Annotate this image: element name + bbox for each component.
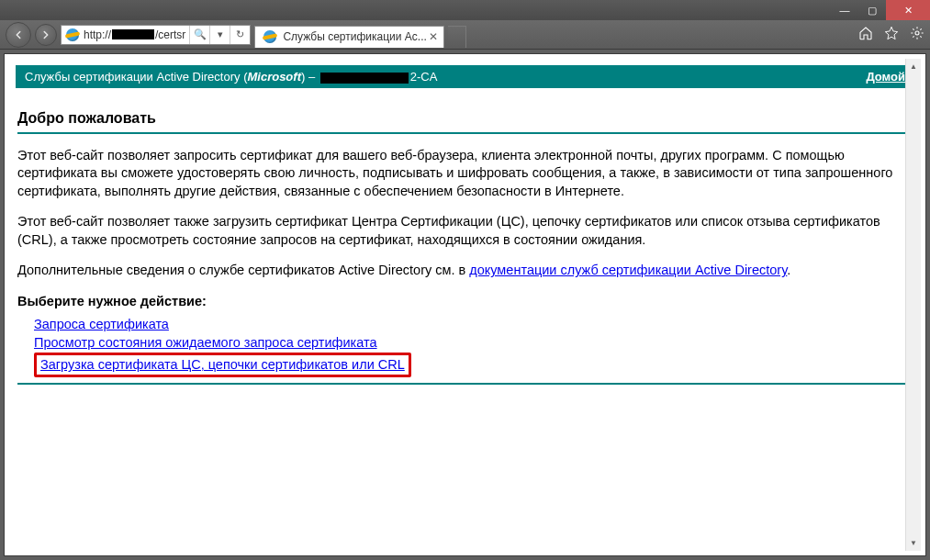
navbar-tools xyxy=(858,26,924,44)
divider xyxy=(17,132,913,134)
favorites-icon[interactable] xyxy=(884,26,899,44)
intro-paragraph-3: Дополнительные сведения о службе сертифи… xyxy=(17,262,913,280)
divider xyxy=(17,383,913,385)
list-item: Просмотр состояния ожидаемого запроса се… xyxy=(34,333,913,352)
intro-paragraph-1: Этот веб-сайт позволяет запросить сертиф… xyxy=(17,147,913,201)
window-titlebar: — ▢ ✕ xyxy=(0,0,930,20)
window-minimize-button[interactable]: — xyxy=(831,0,858,20)
address-dropdown-button[interactable]: ▾ xyxy=(209,26,230,44)
new-tab-button[interactable] xyxy=(448,26,466,48)
banner-text: Службы сертификации Active Directory (Mi… xyxy=(25,70,437,84)
home-link[interactable]: Домой xyxy=(866,70,905,84)
tab-close-button[interactable]: ✕ xyxy=(427,30,440,43)
ie-icon xyxy=(65,28,80,42)
scroll-up-button[interactable]: ▲ xyxy=(906,59,921,74)
view-pending-request-link[interactable]: Просмотр состояния ожидаемого запроса се… xyxy=(34,335,377,350)
arrow-right-icon xyxy=(39,28,52,41)
arrow-left-icon xyxy=(12,28,25,41)
list-item: Запроса сертификата xyxy=(34,315,913,333)
intro-paragraph-2: Этот веб-сайт позволяет также загрузить … xyxy=(17,213,913,249)
tools-icon[interactable] xyxy=(910,26,924,44)
browser-navbar: http:///certsr 🔍 ▾ ↻ Службы сертификации… xyxy=(0,20,930,50)
svg-point-0 xyxy=(915,31,919,35)
list-item: Загрузка сертификата ЦС, цепочки сертифи… xyxy=(34,352,913,377)
documentation-link[interactable]: документации служб сертификации Active D… xyxy=(469,263,787,277)
window-close-button[interactable]: ✕ xyxy=(886,0,930,20)
page: Службы сертификации Active Directory (Mi… xyxy=(4,53,926,556)
browser-tab[interactable]: Службы сертификации Ас... ✕ xyxy=(254,26,443,48)
tab-title: Службы сертификации Ас... xyxy=(283,30,426,43)
content-frame: Службы сертификации Active Directory (Mi… xyxy=(0,50,930,560)
page-title: Добро пожаловать xyxy=(17,108,913,129)
vertical-scrollbar[interactable]: ▲ ▼ xyxy=(905,59,921,551)
home-icon[interactable] xyxy=(858,26,873,44)
redacted-host xyxy=(112,29,154,39)
download-ca-cert-link[interactable]: Загрузка сертификата ЦС, цепочки сертифи… xyxy=(40,357,405,372)
select-action-label: Выберите нужное действие: xyxy=(17,293,913,311)
redacted-ca-name xyxy=(320,73,409,84)
highlighted-action: Загрузка сертификата ЦС, цепочки сертифи… xyxy=(34,353,411,377)
scroll-down-button[interactable]: ▼ xyxy=(906,535,921,551)
back-button[interactable] xyxy=(6,22,31,48)
banner: Службы сертификации Active Directory (Mi… xyxy=(16,65,914,88)
refresh-button[interactable]: ↻ xyxy=(230,26,250,44)
page-body: Добро пожаловать Этот веб-сайт позволяет… xyxy=(16,88,914,405)
window-maximize-button[interactable]: ▢ xyxy=(858,0,886,20)
address-url: http:///certsr xyxy=(84,28,189,41)
address-bar[interactable]: http:///certsr 🔍 ▾ ↻ xyxy=(61,25,251,45)
ie-icon xyxy=(263,29,277,44)
forward-button[interactable] xyxy=(35,24,57,46)
action-list: Запроса сертификата Просмотр состояния о… xyxy=(17,315,913,378)
search-button[interactable]: 🔍 xyxy=(189,26,209,44)
request-certificate-link[interactable]: Запроса сертификата xyxy=(34,317,169,331)
